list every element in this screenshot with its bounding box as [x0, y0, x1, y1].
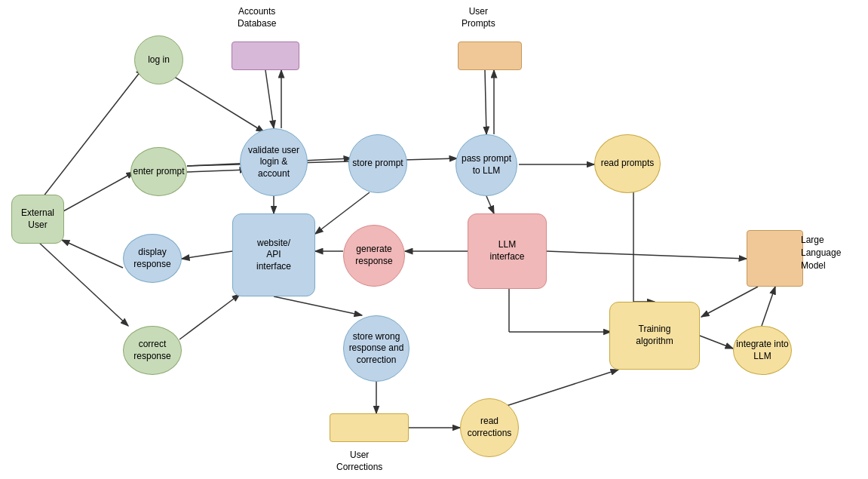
- svg-line-26: [490, 370, 618, 411]
- arrows-svg: [0, 0, 868, 479]
- architecture-diagram: External Userlog inenter promptdisplay r…: [0, 0, 868, 479]
- generate-response-node: generate response: [343, 225, 405, 287]
- user-prompts-label: UserPrompts: [462, 6, 495, 29]
- accounts-db-label: AccountsDatabase: [238, 6, 276, 29]
- read-prompts-node: read prompts: [594, 134, 661, 193]
- svg-line-23: [274, 296, 362, 315]
- user-corrections-db-node: [330, 413, 409, 442]
- training-algo-node: Training algorithm: [609, 302, 700, 370]
- validate-user-node: validate user login & account: [240, 128, 308, 196]
- svg-line-3: [187, 170, 247, 172]
- accounts-db-node: [232, 41, 299, 70]
- svg-line-27: [700, 336, 733, 349]
- svg-line-17: [547, 251, 747, 259]
- enter-prompt-node: enter prompt: [130, 147, 187, 196]
- integrate-llm-node: integrate into LLM: [733, 326, 792, 375]
- user-corrections-label: UserCorrections: [336, 450, 382, 473]
- store-prompt-node: store prompt: [348, 134, 407, 193]
- svg-line-11: [485, 70, 486, 134]
- svg-line-0: [38, 68, 143, 204]
- read-corrections-node: read corrections: [460, 398, 519, 457]
- display-response-node: display response: [123, 234, 182, 283]
- svg-line-19: [182, 251, 232, 259]
- svg-line-21: [38, 241, 128, 326]
- svg-line-10: [486, 196, 494, 213]
- svg-line-6: [265, 70, 274, 128]
- log-in-node: log in: [134, 35, 183, 84]
- svg-line-1: [63, 172, 134, 211]
- llm-interface-node: LLM interface: [468, 213, 547, 289]
- correct-response-node: correct response: [123, 326, 182, 375]
- svg-line-29: [701, 287, 758, 317]
- store-wrong-node: store wrong response and correction: [343, 315, 409, 382]
- llm-model-node: [747, 230, 803, 287]
- pass-prompt-node: pass prompt to LLM: [455, 134, 517, 196]
- external-user-node: External User: [11, 195, 64, 244]
- website-api-node: website/ API interface: [232, 213, 315, 296]
- svg-line-20: [62, 240, 123, 268]
- svg-line-2: [166, 72, 264, 132]
- svg-line-5: [187, 158, 457, 166]
- svg-line-28: [762, 287, 775, 326]
- llm-label: LargeLanguageModel: [801, 234, 841, 272]
- svg-line-22: [179, 294, 240, 339]
- user-prompts-db-node: [458, 41, 522, 70]
